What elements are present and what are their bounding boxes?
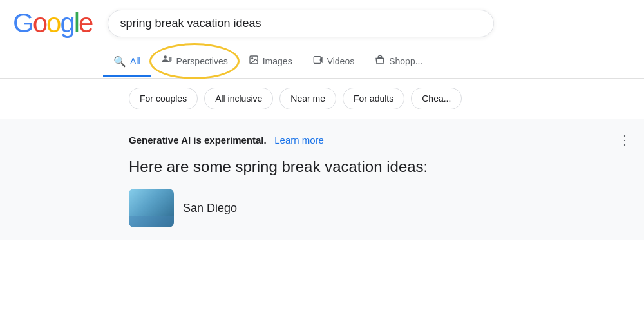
- chip-near-me[interactable]: Near me: [279, 88, 336, 109]
- ai-section: Generative AI is experimental. Learn mor…: [0, 119, 644, 240]
- tab-videos-label: Videos: [327, 56, 355, 66]
- search-bar-wrapper: spring break vacation ideas: [108, 10, 494, 37]
- chip-for-couples[interactable]: For couples: [129, 88, 198, 109]
- svg-rect-6: [314, 57, 321, 64]
- ai-heading: Here are some spring break vacation idea…: [129, 158, 631, 176]
- tab-images-label: Images: [263, 56, 292, 66]
- tab-videos[interactable]: Videos: [303, 47, 365, 77]
- perspectives-icon: [161, 54, 173, 68]
- shopping-icon: [375, 55, 385, 68]
- chips-bar: For couples All inclusive Near me For ad…: [0, 79, 644, 119]
- svg-point-0: [164, 55, 167, 59]
- chip-for-couples-label: For couples: [140, 93, 187, 104]
- chip-all-inclusive[interactable]: All inclusive: [204, 88, 273, 109]
- tab-shopping-label: Shopp...: [389, 56, 422, 66]
- tab-all-label: All: [130, 56, 140, 66]
- svg-point-5: [251, 58, 252, 59]
- ai-notice: Generative AI is experimental. Learn mor…: [129, 132, 631, 147]
- chip-cheap[interactable]: Chea...: [411, 88, 462, 109]
- videos-icon: [313, 55, 323, 68]
- chip-for-adults[interactable]: For adults: [343, 88, 404, 109]
- search-query-text: spring break vacation ideas: [120, 17, 261, 30]
- tab-all[interactable]: 🔍 All: [103, 48, 151, 77]
- ai-thumbnail-san-diego[interactable]: [129, 189, 174, 227]
- chip-all-inclusive-label: All inclusive: [215, 93, 262, 104]
- header: Google spring break vacation ideas: [0, 0, 644, 46]
- search-bar[interactable]: spring break vacation ideas: [108, 10, 494, 37]
- ai-heading-text: Here are some spring break vacation idea…: [129, 158, 428, 175]
- ai-learn-more-link[interactable]: Learn more: [274, 135, 324, 146]
- ai-more-options-button[interactable]: ⋮: [618, 132, 631, 147]
- ai-result-row: San Diego: [129, 189, 631, 227]
- tab-images[interactable]: Images: [238, 47, 303, 77]
- chip-cheap-label: Chea...: [422, 93, 451, 104]
- google-logo[interactable]: Google: [13, 8, 92, 39]
- tab-perspectives-label: Perspectives: [176, 56, 228, 66]
- ai-notice-text: Generative AI is experimental. Learn mor…: [129, 135, 324, 146]
- tabs-bar: 🔍 All Perspectives Images: [0, 46, 644, 79]
- tab-perspectives[interactable]: Perspectives: [151, 46, 238, 78]
- ai-notice-bold: Generative AI is experimental.: [129, 135, 267, 146]
- chip-near-me-label: Near me: [290, 93, 325, 104]
- search-icon: 🔍: [113, 55, 126, 68]
- chip-for-adults-label: For adults: [354, 93, 393, 104]
- images-icon: [249, 55, 259, 68]
- ai-result-san-diego: San Diego: [183, 202, 237, 215]
- tab-shopping[interactable]: Shopp...: [365, 47, 433, 77]
